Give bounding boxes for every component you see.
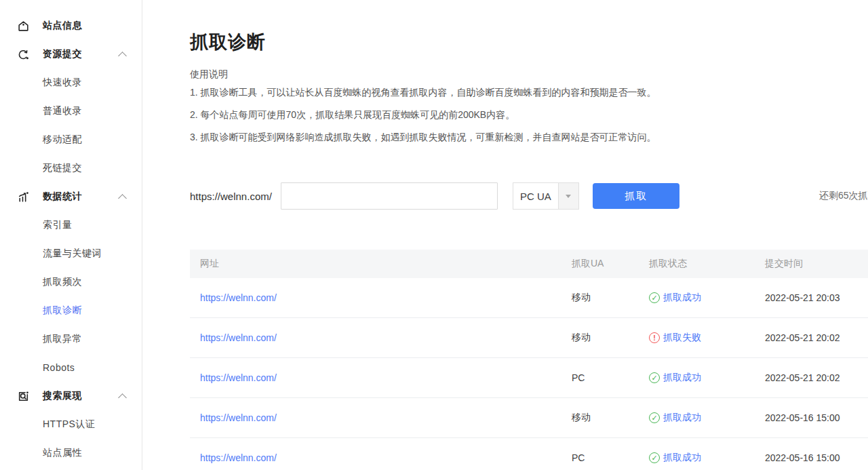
table-header-row: 网址 抓取UA 抓取状态 提交时间 (190, 250, 868, 278)
table-row: https://welnn.com/ 移动 抓取成功 2022-05-21 20… (190, 278, 868, 318)
row-submit-time: 2022-05-21 20:03 (765, 292, 868, 303)
triangle-down-icon (566, 195, 571, 198)
row-status-link[interactable]: 抓取成功 (663, 292, 701, 304)
quota-remaining-text: 还剩65次抓取 (819, 190, 868, 202)
status-fail-icon (649, 332, 660, 343)
row-submit-time: 2022-05-21 20:02 (765, 372, 868, 383)
sidebar-item-traffic-keywords[interactable]: 流量与关键词 (0, 239, 142, 268)
ua-select[interactable]: PC UA (513, 182, 579, 210)
status-success-icon (649, 452, 660, 463)
column-header-url: 网址 (190, 258, 572, 270)
row-ua: 移动 (572, 332, 649, 344)
url-prefix-label: https://welnn.com/ (190, 191, 272, 202)
resource-submit-icon (17, 48, 30, 61)
home-icon (17, 20, 30, 33)
sidebar-item-site-attributes[interactable]: 站点属性 (0, 439, 142, 467)
sidebar-item-crawl-exception[interactable]: 抓取异常 (0, 325, 142, 353)
row-url-link[interactable]: https://welnn.com/ (200, 412, 277, 423)
sidebar-item-fetch-diagnosis[interactable]: 抓取诊断 (0, 296, 142, 325)
table-row: https://welnn.com/ PC 抓取成功 2022-05-21 20… (190, 358, 868, 398)
row-submit-time: 2022-05-16 15:00 (765, 452, 868, 463)
instructions-heading: 使用说明 (190, 66, 868, 81)
usage-instructions: 使用说明 1. 抓取诊断工具，可以让站长从百度蜘蛛的视角查看抓取内容，自助诊断百… (190, 66, 868, 149)
row-status-link[interactable]: 抓取成功 (663, 452, 701, 464)
sidebar-item-robots[interactable]: Robots (0, 353, 142, 382)
sidebar-item-crawl-frequency[interactable]: 抓取频次 (0, 268, 142, 296)
row-ua: PC (572, 452, 649, 463)
table-row: https://welnn.com/ 移动 抓取成功 2022-05-16 15… (190, 398, 868, 438)
sidebar-item-quick-inclusion[interactable]: 快速收录 (0, 68, 142, 97)
row-status-link[interactable]: 抓取失败 (663, 332, 701, 344)
row-url-link[interactable]: https://welnn.com/ (200, 452, 277, 463)
row-url-link[interactable]: https://welnn.com/ (200, 292, 277, 303)
row-url-link[interactable]: https://welnn.com/ (200, 332, 277, 343)
data-stats-icon (17, 191, 30, 203)
sidebar-item-data-stats[interactable]: 数据统计 (0, 182, 142, 211)
row-ua: PC (572, 372, 649, 383)
sidebar-item-label: 数据统计 (43, 191, 82, 203)
status-success-icon (649, 372, 660, 383)
page-title: 抓取诊断 (190, 30, 868, 54)
row-status-link[interactable]: 抓取成功 (663, 372, 701, 384)
sidebar-item-mobile-adaptation[interactable]: 移动适配 (0, 125, 142, 154)
column-header-status: 抓取状态 (649, 258, 765, 270)
column-header-ua: 抓取UA (572, 258, 649, 270)
fetch-button[interactable]: 抓取 (593, 183, 679, 209)
fetch-diagnosis-page: { "sidebar": { "items": [ {"label": "站点信… (0, 0, 868, 470)
status-success-icon (649, 412, 660, 423)
fetch-form: https://welnn.com/ PC UA 抓取 还剩65次抓取 (190, 182, 868, 210)
ua-dropdown-arrow[interactable] (558, 183, 578, 209)
main-content: 抓取诊断 使用说明 1. 抓取诊断工具，可以让站长从百度蜘蛛的视角查看抓取内容，… (142, 0, 868, 470)
instruction-line: 3. 抓取诊断可能受到网络影响造成抓取失败，如遇到抓取失败情况，可重新检测，并自… (190, 126, 868, 149)
row-url-link[interactable]: https://welnn.com/ (200, 372, 277, 383)
sidebar-item-search-display[interactable]: 搜索展现 (0, 382, 142, 410)
sidebar: 站点信息 资源提交 快速收录 普通收录 移动适配 死链提交 (0, 0, 142, 470)
chevron-up-icon[interactable] (118, 194, 127, 203)
sidebar-item-label: 搜索展现 (43, 390, 82, 402)
sidebar-item-dead-link-submit[interactable]: 死链提交 (0, 154, 142, 182)
sidebar-item-label: 资源提交 (43, 48, 82, 60)
row-status-link[interactable]: 抓取成功 (663, 412, 701, 424)
sidebar-item-site-info[interactable]: 站点信息 (0, 12, 142, 40)
fetch-results-table: 网址 抓取UA 抓取状态 提交时间 https://welnn.com/ 移动 … (190, 250, 868, 470)
status-success-icon (649, 292, 660, 303)
row-submit-time: 2022-05-21 20:02 (765, 332, 868, 343)
chevron-up-icon[interactable] (118, 52, 127, 60)
chevron-up-icon[interactable] (118, 393, 127, 402)
sidebar-item-normal-inclusion[interactable]: 普通收录 (0, 97, 142, 125)
row-ua: 移动 (572, 292, 649, 304)
row-submit-time: 2022-05-16 15:00 (765, 412, 868, 423)
table-row: https://welnn.com/ 移动 抓取失败 2022-05-21 20… (190, 318, 868, 358)
instruction-line: 2. 每个站点每周可使用70次，抓取结果只展现百度蜘蛛可见的前200KB内容。 (190, 104, 868, 126)
column-header-time: 提交时间 (765, 258, 868, 270)
ua-selected-value: PC UA (513, 183, 558, 209)
sidebar-item-resource-submit[interactable]: 资源提交 (0, 40, 142, 68)
row-ua: 移动 (572, 412, 649, 424)
sidebar-item-index-volume[interactable]: 索引量 (0, 211, 142, 239)
search-display-icon (17, 390, 30, 403)
sidebar-item-https-cert[interactable]: HTTPS认证 (0, 410, 142, 439)
table-row: https://welnn.com/ PC 抓取成功 2022-05-16 15… (190, 438, 868, 470)
sidebar-item-label: 站点信息 (43, 20, 82, 32)
url-path-input[interactable] (281, 182, 498, 210)
instruction-line: 1. 抓取诊断工具，可以让站长从百度蜘蛛的视角查看抓取内容，自助诊断百度蜘蛛看到… (190, 81, 868, 104)
